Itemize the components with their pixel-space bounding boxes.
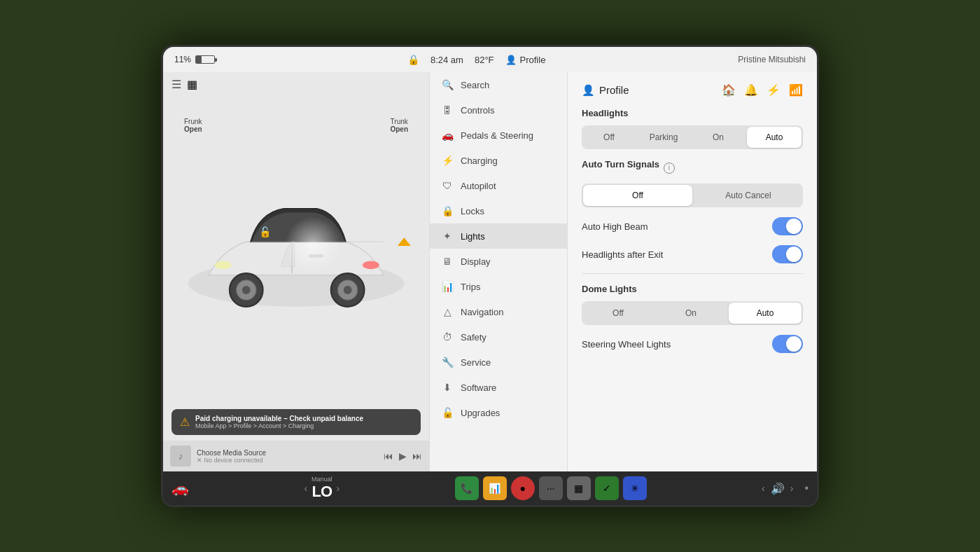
svg-rect-11 (309, 254, 323, 258)
svg-point-4 (363, 261, 379, 269)
nav-item-upgrades[interactable]: 🔓 Upgrades (430, 400, 567, 425)
auto-high-beam-toggle[interactable] (772, 217, 803, 235)
taskbar-center: ‹ Manual LO › (304, 476, 340, 501)
settings-icons: 🏠 🔔 ⚡ 📶 (722, 83, 803, 97)
nav-item-locks[interactable]: 🔒 Locks (430, 198, 567, 223)
gear-left-arrow[interactable]: ‹ (304, 483, 307, 494)
status-left: 11% (174, 55, 215, 64)
taskbar-right: ‹ 🔊 › • (762, 482, 808, 495)
nav-item-display[interactable]: 🖥 Display (430, 249, 567, 274)
nav-icon-autopilot: 🛡 (441, 180, 454, 191)
nav-label-trips: Trips (461, 282, 480, 292)
star-app-icon[interactable]: ✳ (623, 476, 647, 500)
menu-app-icon[interactable]: ··· (539, 476, 563, 500)
headlights-auto-btn[interactable]: Auto (747, 127, 802, 148)
nav-item-safety[interactable]: ⏱ Safety (430, 324, 567, 350)
nav-item-pedals[interactable]: 🚗 Pedals & Steering (430, 123, 567, 148)
media-controls[interactable]: ⏮ ▶ ⏭ (384, 450, 422, 462)
temp-display: 82°F (475, 55, 494, 65)
nav-label-pedals: Pedals & Steering (461, 130, 533, 141)
warning-text-container: Paid charging unavailable – Check unpaid… (195, 415, 363, 429)
nav-item-trips[interactable]: 📊 Trips (430, 274, 567, 299)
nav-item-controls[interactable]: 🎛 Controls (430, 97, 567, 123)
camera-icon: ● (519, 483, 525, 494)
section-divider-1 (582, 273, 803, 274)
nav-item-software[interactable]: ⬇ Software (430, 375, 567, 400)
nav-label-autopilot: Autopilot (461, 181, 496, 191)
nav-label-charging: Charging (461, 156, 498, 166)
car-svg: 🔓 (163, 97, 429, 403)
home-icon[interactable]: 🏠 (722, 83, 736, 97)
dome-off-btn[interactable]: Off (582, 301, 654, 325)
battery-icon (195, 55, 215, 64)
headlights-exit-toggle[interactable] (772, 245, 803, 263)
headlights-parking-btn[interactable]: Parking (636, 125, 691, 149)
star-icon: ✳ (631, 483, 639, 494)
main-content: ☰ ▦ Frunk Open Trunk Open (163, 72, 817, 471)
auto-turn-btn-group[interactable]: Off Auto Cancel (582, 184, 803, 207)
phone-app-icon[interactable]: 📞 (455, 476, 479, 500)
volume-icon[interactable]: 🔊 (771, 482, 785, 495)
auto-turn-cancel-btn[interactable]: Auto Cancel (694, 184, 803, 207)
warning-sub: Mobile App > Profile > Account > Chargin… (195, 422, 363, 429)
bars-app-icon[interactable]: 📊 (483, 476, 507, 500)
menu-icon[interactable]: ☰ (172, 78, 181, 91)
gear-right-arrow[interactable]: › (337, 483, 340, 494)
headlights-off-btn[interactable]: Off (582, 125, 636, 149)
nav-label-controls: Controls (461, 105, 494, 116)
info-icon[interactable]: i (664, 163, 675, 174)
nav-item-service[interactable]: 🔧 Service (430, 350, 567, 375)
steering-lights-toggle[interactable] (772, 335, 803, 353)
profile-status[interactable]: 👤 Profile (505, 55, 546, 65)
car-panel-top: ☰ ▦ (163, 72, 429, 97)
auto-turn-section: Auto Turn Signals i Off Auto Cancel (582, 159, 803, 207)
card-app-icon[interactable]: ▦ (567, 476, 591, 500)
car-home-icon[interactable]: 🚗 (172, 480, 189, 497)
nav-label-safety: Safety (461, 332, 486, 343)
dome-auto-btn[interactable]: Auto (729, 303, 802, 324)
nav-label-lights: Lights (461, 231, 485, 242)
dome-lights-label: Dome Lights (582, 284, 803, 294)
nav-icon-pedals: 🚗 (441, 130, 454, 141)
settings-header: 👤 Profile 🏠 🔔 ⚡ 📶 (582, 83, 803, 97)
nav-panel: 🔍 Search 🎛 Controls 🚗 Pedals & Steering … (429, 72, 568, 471)
music-icon: ♪ (178, 450, 183, 462)
nav-icon-lights: ✦ (441, 230, 454, 242)
signal-icon: 📶 (789, 83, 803, 97)
camera-app-icon[interactable]: ● (511, 476, 535, 500)
dome-on-btn[interactable]: On (654, 301, 727, 325)
bluetooth-icon: ⚡ (766, 83, 780, 97)
nav-item-lights[interactable]: ✦ Lights (430, 223, 567, 249)
headlights-exit-row: Headlights after Exit (582, 245, 803, 263)
dome-lights-section: Dome Lights Off On Auto (582, 284, 803, 325)
trunk-label: Trunk Open (390, 118, 408, 133)
nav-icon-software: ⬇ (441, 382, 454, 393)
vol-right-arrow[interactable]: › (790, 483, 794, 494)
dome-lights-btn-group[interactable]: Off On Auto (582, 301, 803, 325)
bell-icon[interactable]: 🔔 (744, 83, 758, 97)
headlights-btn-group[interactable]: Off Parking On Auto (582, 125, 803, 149)
vol-left-arrow[interactable]: ‹ (762, 483, 765, 494)
dealer-name: Pristine Mitsubishi (738, 55, 806, 64)
nav-item-navigation[interactable]: △ Navigation (430, 299, 567, 324)
auto-turn-off-btn[interactable]: Off (583, 185, 692, 206)
auto-high-beam-row: Auto High Beam (582, 217, 803, 235)
battery-percent: 11% (174, 55, 191, 64)
nav-icon-trips: 📊 (441, 281, 454, 292)
nav-item-autopilot[interactable]: 🛡 Autopilot (430, 173, 567, 198)
headlights-on-btn[interactable]: On (691, 125, 746, 149)
profile-name: Profile (599, 84, 629, 96)
play-button[interactable]: ▶ (399, 450, 407, 462)
nav-item-charging[interactable]: ⚡ Charging (430, 148, 567, 173)
next-button[interactable]: ⏭ (412, 450, 422, 462)
charging-warning: ⚠ Paid charging unavailable – Check unpa… (172, 409, 421, 435)
nav-icon-search: 🔍 (441, 79, 454, 90)
display-icon: ▦ (187, 78, 197, 91)
check-app-icon[interactable]: ✓ (595, 476, 619, 500)
nav-label-software: Software (461, 382, 496, 393)
nav-icon-safety: ⏱ (441, 331, 454, 343)
prev-button[interactable]: ⏮ (384, 450, 393, 462)
settings-panel: 👤 Profile 🏠 🔔 ⚡ 📶 Headlights Off Parking… (568, 72, 817, 471)
frunk-label: Frunk Open (184, 118, 202, 133)
nav-item-search[interactable]: 🔍 Search (430, 72, 567, 97)
